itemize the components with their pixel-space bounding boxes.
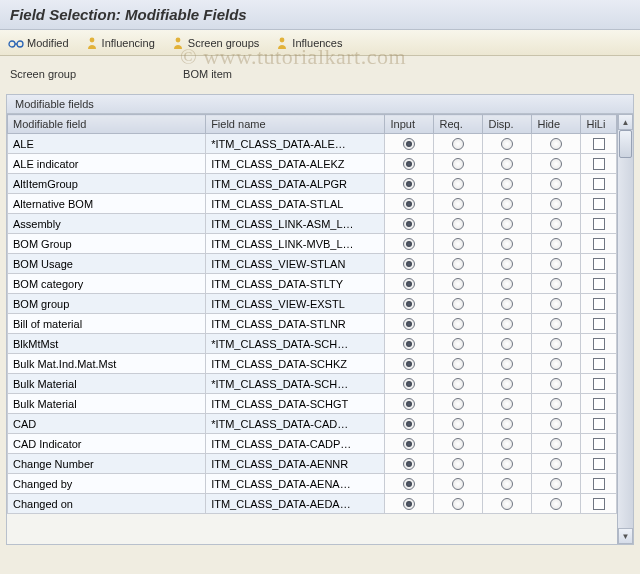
field-cell[interactable]: Bulk Material: [8, 394, 206, 414]
field-cell[interactable]: BOM category: [8, 274, 206, 294]
input-radio[interactable]: [403, 238, 415, 250]
field-cell[interactable]: CAD: [8, 414, 206, 434]
req-radio[interactable]: [452, 438, 464, 450]
fieldname-cell[interactable]: ITM_CLASS_LINK-MVB_L…: [206, 234, 385, 254]
field-cell[interactable]: Bulk Material: [8, 374, 206, 394]
req-radio[interactable]: [452, 258, 464, 270]
input-radio[interactable]: [403, 378, 415, 390]
req-radio[interactable]: [452, 358, 464, 370]
fieldname-cell[interactable]: ITM_CLASS_DATA-AEDA…: [206, 494, 385, 514]
disp-radio[interactable]: [501, 218, 513, 230]
disp-radio[interactable]: [501, 378, 513, 390]
field-cell[interactable]: ALE indicator: [8, 154, 206, 174]
hide-radio[interactable]: [550, 138, 562, 150]
input-radio[interactable]: [403, 278, 415, 290]
hili-checkbox[interactable]: [593, 338, 605, 350]
hili-checkbox[interactable]: [593, 478, 605, 490]
disp-radio[interactable]: [501, 398, 513, 410]
disp-radio[interactable]: [501, 178, 513, 190]
field-cell[interactable]: Change Number: [8, 454, 206, 474]
fieldname-cell[interactable]: ITM_CLASS_DATA-SCHGT: [206, 394, 385, 414]
col-header-req[interactable]: Req.: [434, 115, 483, 134]
hide-radio[interactable]: [550, 458, 562, 470]
input-radio[interactable]: [403, 458, 415, 470]
req-radio[interactable]: [452, 138, 464, 150]
fieldname-cell[interactable]: ITM_CLASS_DATA-ALPGR: [206, 174, 385, 194]
hide-radio[interactable]: [550, 218, 562, 230]
field-cell[interactable]: Changed on: [8, 494, 206, 514]
input-radio[interactable]: [403, 158, 415, 170]
fieldname-cell[interactable]: ITM_CLASS_VIEW-STLAN: [206, 254, 385, 274]
field-cell[interactable]: BlkMtMst: [8, 334, 206, 354]
hili-checkbox[interactable]: [593, 438, 605, 450]
scroll-up-button[interactable]: ▲: [618, 114, 633, 130]
hide-radio[interactable]: [550, 178, 562, 190]
input-radio[interactable]: [403, 178, 415, 190]
input-radio[interactable]: [403, 258, 415, 270]
disp-radio[interactable]: [501, 278, 513, 290]
req-radio[interactable]: [452, 318, 464, 330]
hili-checkbox[interactable]: [593, 238, 605, 250]
fieldname-cell[interactable]: *ITM_CLASS_DATA-CAD…: [206, 414, 385, 434]
input-radio[interactable]: [403, 358, 415, 370]
hili-checkbox[interactable]: [593, 458, 605, 470]
disp-radio[interactable]: [501, 478, 513, 490]
fieldname-cell[interactable]: ITM_CLASS_DATA-STLTY: [206, 274, 385, 294]
hili-checkbox[interactable]: [593, 358, 605, 370]
influences-button[interactable]: Influences: [271, 34, 352, 52]
req-radio[interactable]: [452, 218, 464, 230]
hide-radio[interactable]: [550, 158, 562, 170]
hili-checkbox[interactable]: [593, 278, 605, 290]
hide-radio[interactable]: [550, 358, 562, 370]
req-radio[interactable]: [452, 458, 464, 470]
hide-radio[interactable]: [550, 398, 562, 410]
vertical-scrollbar[interactable]: ▲ ▼: [617, 114, 633, 544]
field-cell[interactable]: Alternative BOM: [8, 194, 206, 214]
fieldname-cell[interactable]: *ITM_CLASS_DATA-ALE…: [206, 134, 385, 154]
field-cell[interactable]: Bulk Mat.Ind.Mat.Mst: [8, 354, 206, 374]
col-header-disp[interactable]: Disp.: [483, 115, 532, 134]
hili-checkbox[interactable]: [593, 158, 605, 170]
req-radio[interactable]: [452, 158, 464, 170]
input-radio[interactable]: [403, 138, 415, 150]
hide-radio[interactable]: [550, 258, 562, 270]
influencing-button[interactable]: Influencing: [81, 34, 165, 52]
req-radio[interactable]: [452, 478, 464, 490]
disp-radio[interactable]: [501, 238, 513, 250]
field-cell[interactable]: AltItemGroup: [8, 174, 206, 194]
hide-radio[interactable]: [550, 478, 562, 490]
disp-radio[interactable]: [501, 498, 513, 510]
fieldname-cell[interactable]: ITM_CLASS_DATA-STLAL: [206, 194, 385, 214]
hili-checkbox[interactable]: [593, 378, 605, 390]
disp-radio[interactable]: [501, 418, 513, 430]
fieldname-cell[interactable]: ITM_CLASS_DATA-AENNR: [206, 454, 385, 474]
input-radio[interactable]: [403, 498, 415, 510]
disp-radio[interactable]: [501, 138, 513, 150]
hili-checkbox[interactable]: [593, 418, 605, 430]
input-radio[interactable]: [403, 438, 415, 450]
disp-radio[interactable]: [501, 158, 513, 170]
disp-radio[interactable]: [501, 358, 513, 370]
req-radio[interactable]: [452, 278, 464, 290]
scroll-track[interactable]: [618, 130, 633, 528]
disp-radio[interactable]: [501, 298, 513, 310]
hili-checkbox[interactable]: [593, 198, 605, 210]
hide-radio[interactable]: [550, 278, 562, 290]
hili-checkbox[interactable]: [593, 498, 605, 510]
hili-checkbox[interactable]: [593, 218, 605, 230]
scroll-down-button[interactable]: ▼: [618, 528, 633, 544]
fieldname-cell[interactable]: *ITM_CLASS_DATA-SCH…: [206, 374, 385, 394]
field-cell[interactable]: Bill of material: [8, 314, 206, 334]
hili-checkbox[interactable]: [593, 138, 605, 150]
disp-radio[interactable]: [501, 318, 513, 330]
req-radio[interactable]: [452, 418, 464, 430]
req-radio[interactable]: [452, 378, 464, 390]
scroll-thumb[interactable]: [619, 130, 632, 158]
hide-radio[interactable]: [550, 338, 562, 350]
col-header-input[interactable]: Input: [385, 115, 434, 134]
hili-checkbox[interactable]: [593, 318, 605, 330]
modified-button[interactable]: Modified: [4, 35, 79, 51]
field-cell[interactable]: BOM Usage: [8, 254, 206, 274]
hide-radio[interactable]: [550, 418, 562, 430]
input-radio[interactable]: [403, 298, 415, 310]
